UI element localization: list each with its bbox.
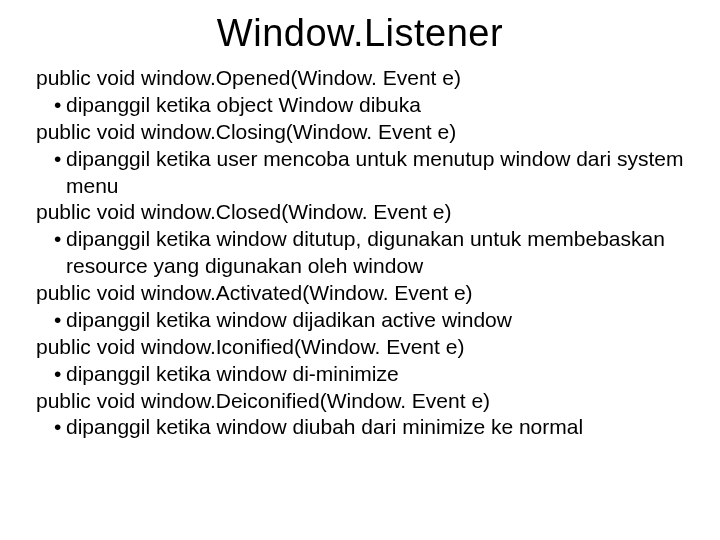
method-signature: public void window.Closed(Window. Event …	[36, 199, 684, 226]
bullet-icon: •	[36, 307, 60, 334]
bullet-icon: •	[36, 414, 60, 441]
bullet-text: dipanggil ketika window diubah dari mini…	[60, 414, 684, 441]
bullet-icon: •	[36, 92, 60, 119]
bullet-item: • dipanggil ketika window ditutup, digun…	[36, 226, 684, 280]
bullet-text: dipanggil ketika window ditutup, digunak…	[60, 226, 684, 280]
bullet-icon: •	[36, 226, 60, 253]
method-signature: public void window.Iconified(Window. Eve…	[36, 334, 684, 361]
bullet-item: • dipanggil ketika object Window dibuka	[36, 92, 684, 119]
bullet-item: • dipanggil ketika window diubah dari mi…	[36, 414, 684, 441]
bullet-item: • dipanggil ketika user mencoba untuk me…	[36, 146, 684, 200]
bullet-text: dipanggil ketika window di-minimize	[60, 361, 684, 388]
method-signature: public void window.Activated(Window. Eve…	[36, 280, 684, 307]
bullet-icon: •	[36, 146, 60, 173]
bullet-item: • dipanggil ketika window di-minimize	[36, 361, 684, 388]
slide-body: public void window.Opened(Window. Event …	[36, 65, 684, 441]
slide-title: Window.Listener	[36, 12, 684, 55]
bullet-text: dipanggil ketika window dijadikan active…	[60, 307, 684, 334]
method-signature: public void window.Opened(Window. Event …	[36, 65, 684, 92]
bullet-text: dipanggil ketika object Window dibuka	[60, 92, 684, 119]
bullet-text: dipanggil ketika user mencoba untuk menu…	[60, 146, 684, 200]
bullet-icon: •	[36, 361, 60, 388]
method-signature: public void window.Deiconified(Window. E…	[36, 388, 684, 415]
method-signature: public void window.Closing(Window. Event…	[36, 119, 684, 146]
slide: Window.Listener public void window.Opene…	[0, 0, 720, 540]
bullet-item: • dipanggil ketika window dijadikan acti…	[36, 307, 684, 334]
